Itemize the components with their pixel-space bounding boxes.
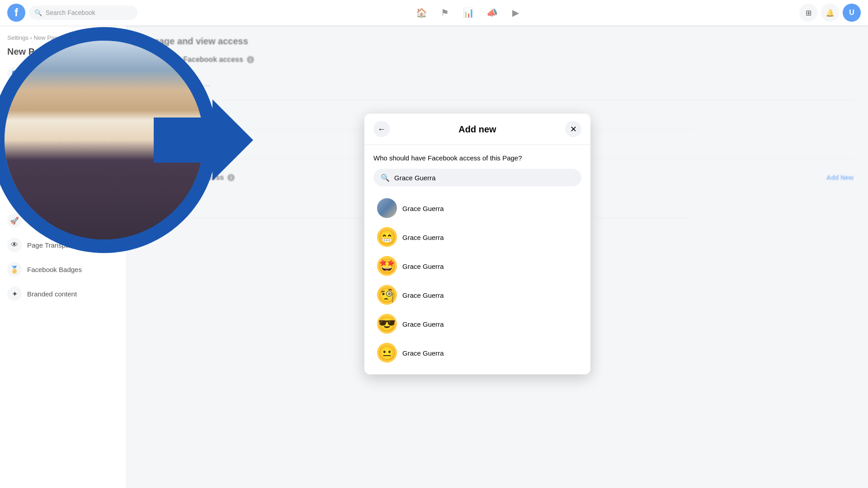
result-avatar-2: 😁: [377, 227, 397, 247]
modal-title: Add new: [390, 124, 565, 134]
result-name-4: Grace Guerra: [402, 291, 444, 299]
result-name-3: Grace Guerra: [402, 262, 444, 270]
result-item-6[interactable]: 😐 Grace Guerra: [373, 338, 581, 366]
result-item-1[interactable]: Grace Guerra: [373, 194, 581, 223]
modal-body: Who should have Facebook access of this …: [364, 145, 590, 375]
result-avatar-4: 🧐: [377, 285, 397, 305]
result-avatar-6: 😐: [377, 343, 397, 363]
modal-search-input[interactable]: [394, 174, 574, 182]
modal-search-box[interactable]: 🔍: [373, 169, 581, 187]
result-name-1: Grace Guerra: [402, 204, 444, 212]
result-avatar-5: 😎: [377, 314, 397, 334]
result-name-5: Grace Guerra: [402, 320, 444, 328]
modal-question: Who should have Facebook access of this …: [373, 154, 581, 162]
modal-search-icon: 🔍: [381, 174, 390, 182]
result-avatar-3: 🤩: [377, 256, 397, 276]
result-avatar-1: [377, 198, 397, 218]
result-name-2: Grace Guerra: [402, 233, 444, 241]
result-item-5[interactable]: 😎 Grace Guerra: [373, 310, 581, 338]
result-name-6: Grace Guerra: [402, 349, 444, 357]
result-item-4[interactable]: 🧐 Grace Guerra: [373, 281, 581, 310]
result-item-3[interactable]: 🤩 Grace Guerra: [373, 252, 581, 281]
add-new-modal: ← Add new ✕ Who should have Facebook acc…: [364, 114, 590, 375]
modal-close-button[interactable]: ✕: [565, 121, 581, 137]
search-results-list: Grace Guerra 😁 Grace Guerra 🤩 Grace Guer…: [373, 194, 581, 366]
result-item-2[interactable]: 😁 Grace Guerra: [373, 223, 581, 252]
modal-back-button[interactable]: ←: [373, 121, 390, 137]
modal-header: ← Add new ✕: [364, 114, 590, 145]
